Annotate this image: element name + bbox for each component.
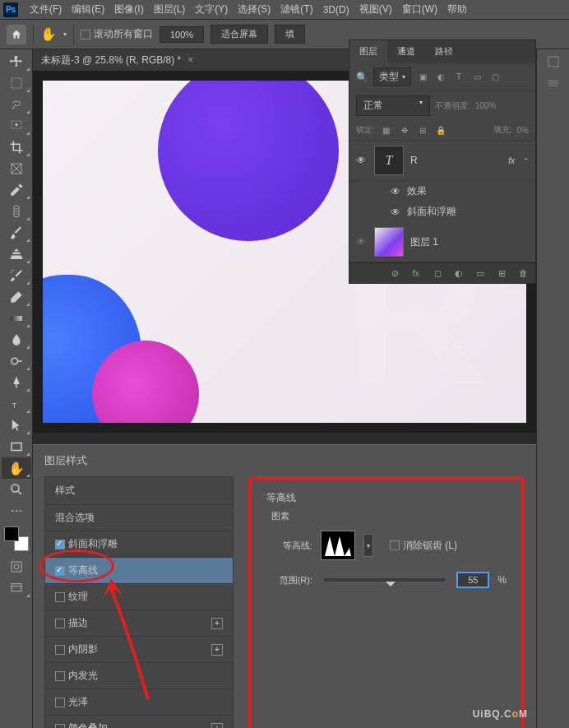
new-layer-icon[interactable]: ⊞ <box>494 267 509 280</box>
close-tab-icon[interactable]: × <box>187 54 193 66</box>
crop-tool[interactable] <box>2 137 31 158</box>
visibility-toggle[interactable]: 👁 <box>356 236 368 248</box>
menu-window[interactable]: 窗口(W) <box>397 2 442 16</box>
slider-thumb[interactable] <box>386 582 396 591</box>
menu-edit[interactable]: 编辑(E) <box>67 2 109 16</box>
quick-mask-toggle[interactable] <box>2 556 31 577</box>
texture-row[interactable]: 纹理 <box>45 584 233 610</box>
fill-screen-button[interactable]: 填 <box>275 25 305 44</box>
layer-1[interactable]: 👁 图层 1 <box>349 222 535 262</box>
fx-badge[interactable]: fx <box>508 156 515 165</box>
stroke-row[interactable]: 描边+ <box>45 610 233 637</box>
antialias-checkbox[interactable]: 消除锯齿 (L) <box>390 539 457 553</box>
tab-paths[interactable]: 路径 <box>425 40 463 63</box>
foreground-color[interactable] <box>4 526 19 541</box>
pen-tool[interactable] <box>2 372 31 393</box>
scroll-all-windows-checkbox[interactable]: 滚动所有窗口 <box>81 27 153 41</box>
frame-tool[interactable] <box>2 158 31 179</box>
eraser-tool[interactable] <box>2 286 31 308</box>
edit-toolbar[interactable]: ⋯ <box>2 500 31 522</box>
group-icon[interactable]: ▭ <box>473 267 488 280</box>
contour-thumbnail[interactable] <box>321 531 355 560</box>
tab-channels[interactable]: 通道 <box>387 40 425 63</box>
history-brush-tool[interactable] <box>2 265 31 286</box>
svg-point-10 <box>14 564 19 569</box>
filter-image-icon[interactable]: ▣ <box>416 72 429 83</box>
home-button[interactable] <box>7 25 26 44</box>
marquee-tool[interactable] <box>2 72 31 94</box>
satin-row[interactable]: 光泽 <box>45 689 233 716</box>
zoom-level[interactable]: 100% <box>160 26 204 43</box>
collapsed-panel-1[interactable] <box>539 51 568 72</box>
clone-stamp-tool[interactable] <box>2 243 31 265</box>
menu-filter[interactable]: 滤镜(T) <box>275 2 317 16</box>
visibility-toggle[interactable]: 👁 <box>356 155 368 166</box>
menu-3d[interactable]: 3D(D) <box>318 4 354 16</box>
contour-row[interactable]: 等高线 <box>45 558 233 584</box>
hand-tool[interactable]: ✋ <box>2 457 31 479</box>
blur-tool[interactable] <box>2 329 31 350</box>
filter-smart-icon[interactable]: ▢ <box>488 72 502 83</box>
range-value-input[interactable]: 55 <box>456 572 489 588</box>
tab-layers[interactable]: 图层 <box>349 40 387 63</box>
svg-point-8 <box>12 485 19 492</box>
mask-icon[interactable]: ◻ <box>430 267 445 280</box>
menu-type[interactable]: 文字(Y) <box>190 2 233 16</box>
range-slider[interactable] <box>324 578 445 582</box>
visibility-toggle[interactable]: 👁 <box>391 186 402 197</box>
link-layers-icon[interactable]: ⊘ <box>387 267 402 280</box>
healing-brush-tool[interactable] <box>2 201 31 222</box>
eyedropper-tool[interactable] <box>2 179 31 201</box>
layer-filter-dropdown[interactable]: 类型▾ <box>373 67 411 86</box>
menu-help[interactable]: 帮助 <box>442 2 472 16</box>
move-tool[interactable] <box>2 51 31 72</box>
lock-artboard-icon[interactable]: ⊞ <box>416 124 429 136</box>
lock-position-icon[interactable]: ✥ <box>398 124 411 136</box>
opacity-value[interactable]: 100% <box>475 101 497 110</box>
opacity-label: 不透明度: <box>435 100 470 112</box>
fit-screen-button[interactable]: 适合屏幕 <box>210 25 268 44</box>
inner-shadow-row[interactable]: 内阴影+ <box>45 637 233 663</box>
filter-type-icon[interactable]: T <box>452 72 465 83</box>
color-swatches[interactable] <box>4 526 29 551</box>
zoom-tool[interactable] <box>2 479 31 500</box>
layer-r[interactable]: 👁 T R fx ⌃ <box>349 141 535 181</box>
quick-select-tool[interactable] <box>2 115 31 137</box>
menu-file[interactable]: 文件(F) <box>25 2 67 16</box>
fill-value[interactable]: 0% <box>517 126 529 135</box>
path-select-tool[interactable] <box>2 415 31 436</box>
add-inner-shadow-icon[interactable]: + <box>211 644 223 656</box>
screen-mode-toggle[interactable] <box>2 577 31 599</box>
tool-preset-dropdown[interactable]: ▾ <box>63 30 67 38</box>
menu-image[interactable]: 图像(I) <box>109 2 148 16</box>
gradient-tool[interactable] <box>2 308 31 329</box>
type-tool[interactable]: T <box>2 393 31 415</box>
brush-tool[interactable] <box>2 222 31 243</box>
delete-icon[interactable]: 🗑 <box>516 267 530 280</box>
rectangle-tool[interactable] <box>2 436 31 457</box>
lasso-tool[interactable] <box>2 94 31 115</box>
visibility-toggle[interactable]: 👁 <box>391 206 402 218</box>
contour-dropdown-icon[interactable]: ▾ <box>363 534 373 557</box>
add-color-overlay-icon[interactable]: + <box>211 723 223 729</box>
filter-adjust-icon[interactable]: ◐ <box>434 72 447 83</box>
lock-pixels-icon[interactable]: ▦ <box>380 124 393 136</box>
bevel-row[interactable]: 斜面和浮雕 <box>45 531 233 558</box>
blend-mode-dropdown[interactable]: 正常▾ <box>356 95 430 116</box>
collapsed-panel-2[interactable] <box>539 72 568 94</box>
dodge-tool[interactable] <box>2 350 31 372</box>
fx-icon[interactable]: fx <box>409 267 423 280</box>
color-overlay-row[interactable]: 颜色叠加+ <box>45 716 233 728</box>
add-stroke-icon[interactable]: + <box>211 618 223 629</box>
bevel-effect-row[interactable]: 👁斜面和浮雕 <box>349 202 535 222</box>
menu-view[interactable]: 视图(V) <box>354 2 397 16</box>
filter-shape-icon[interactable]: ▭ <box>470 72 483 83</box>
adjustment-icon[interactable]: ◐ <box>451 267 466 280</box>
effects-row[interactable]: 👁效果 <box>349 181 535 202</box>
blend-options-row[interactable]: 混合选项 <box>45 505 233 531</box>
inner-glow-row[interactable]: 内发光 <box>45 663 233 689</box>
menu-select[interactable]: 选择(S) <box>233 2 275 16</box>
fx-expand-icon[interactable]: ⌃ <box>523 157 529 165</box>
lock-all-icon[interactable]: 🔒 <box>434 124 447 136</box>
menu-layer[interactable]: 图层(L) <box>149 2 191 16</box>
